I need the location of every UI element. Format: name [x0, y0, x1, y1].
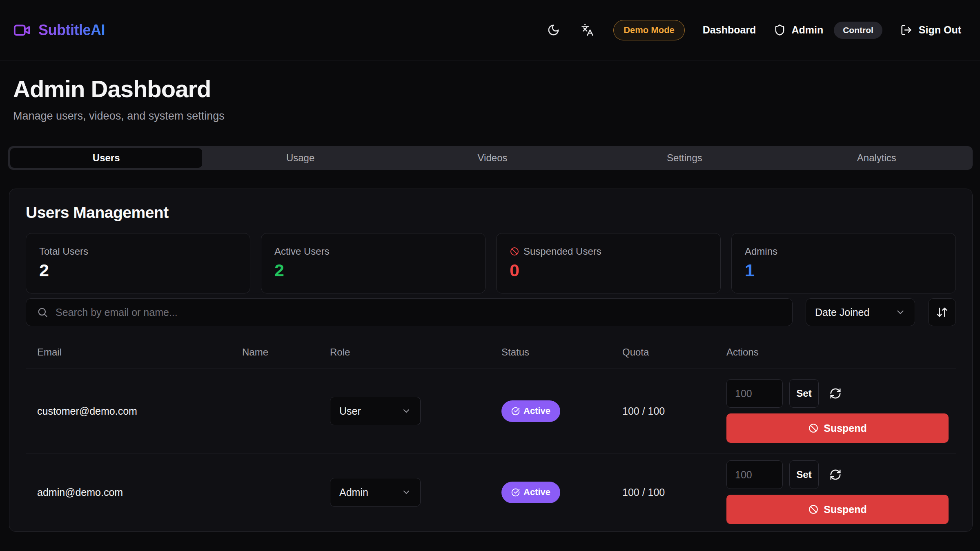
stat-suspended-users: Suspended Users 0 [496, 233, 721, 293]
refresh-icon [829, 387, 842, 400]
sign-out-label: Sign Out [919, 24, 961, 36]
user-email: customer@demo.com [26, 405, 242, 417]
users-management-card: Users Management Total Users 2 Active Us… [9, 189, 973, 532]
tab-settings[interactable]: Settings [588, 146, 780, 170]
page-header: Admin Dashboard Manage users, videos, an… [0, 60, 980, 122]
chevron-down-icon [401, 406, 411, 416]
status-label: Active [523, 406, 550, 416]
demo-mode-badge: Demo Mode [613, 20, 685, 40]
user-email: admin@demo.com [26, 487, 242, 498]
stats-row: Total Users 2 Active Users 2 Suspended U… [26, 233, 956, 293]
log-out-icon [900, 24, 912, 36]
col-email: Email [26, 347, 242, 358]
tab-bar: Users Usage Videos Settings Analytics [8, 146, 973, 170]
set-quota-button[interactable]: Set [789, 460, 819, 489]
page-subtitle: Manage users, videos, and system setting… [13, 110, 967, 122]
tab-videos[interactable]: Videos [396, 146, 588, 170]
role-select[interactable]: Admin [330, 478, 421, 507]
col-name: Name [242, 347, 330, 358]
col-quota: Quota [622, 347, 726, 358]
stat-value: 1 [745, 260, 942, 280]
ban-icon [808, 504, 819, 515]
reset-quota-button[interactable] [829, 387, 842, 400]
set-quota-button[interactable]: Set [789, 379, 819, 408]
sort-field-select[interactable]: Date Joined [806, 298, 915, 326]
control-badge: Control [834, 22, 882, 39]
search-icon [37, 307, 48, 318]
reset-quota-button[interactable] [829, 469, 842, 481]
status-badge: Active [501, 482, 560, 503]
shield-icon [774, 24, 786, 36]
brand-logo[interactable]: SubtitleAI [13, 21, 105, 40]
quota-value: 100 / 100 [622, 405, 726, 417]
stat-label: Active Users [274, 246, 330, 257]
stat-active-users: Active Users 2 [261, 233, 486, 293]
dashboard-link[interactable]: Dashboard [703, 24, 756, 36]
stat-admins: Admins 1 [731, 233, 956, 293]
stat-label: Total Users [39, 246, 88, 257]
quota-input[interactable] [726, 379, 783, 408]
status-label: Active [523, 487, 550, 498]
sign-out-button[interactable]: Sign Out [900, 24, 961, 36]
sort-direction-button[interactable] [928, 298, 956, 326]
table-row: customer@demo.com User Acti [26, 369, 956, 453]
brand-name: SubtitleAI [38, 22, 105, 39]
sort-field-value: Date Joined [815, 307, 869, 318]
page-title: Admin Dashboard [13, 75, 967, 102]
suspend-label: Suspend [824, 422, 867, 434]
theme-toggle-button[interactable] [546, 22, 561, 38]
suspend-button[interactable]: Suspend [726, 413, 949, 443]
refresh-icon [829, 469, 842, 481]
ban-icon [510, 247, 519, 256]
quota-input[interactable] [726, 460, 783, 489]
arrow-up-down-icon [936, 306, 948, 318]
nav-actions: Demo Mode Dashboard Admin Control Sign O [546, 20, 961, 40]
chevron-down-icon [401, 487, 411, 497]
col-role: Role [330, 347, 501, 358]
status-badge: Active [501, 400, 560, 422]
tab-usage[interactable]: Usage [204, 146, 396, 170]
ban-icon [808, 423, 819, 433]
admin-role-label: Admin [791, 24, 823, 36]
role-select-value: Admin [339, 487, 368, 498]
users-table: Email Name Role Status Quota Actions cus… [26, 338, 956, 531]
check-circle-icon [511, 488, 520, 497]
role-select[interactable]: User [330, 397, 421, 425]
check-circle-icon [511, 407, 520, 415]
tab-analytics[interactable]: Analytics [781, 146, 973, 170]
section-title: Users Management [26, 204, 956, 222]
stat-value: 2 [274, 260, 472, 280]
suspend-label: Suspend [824, 504, 867, 515]
stat-total-users: Total Users 2 [26, 233, 250, 293]
language-toggle-button[interactable] [579, 22, 595, 38]
table-controls: Date Joined [26, 298, 956, 326]
stat-label: Admins [745, 246, 777, 257]
quota-value: 100 / 100 [622, 487, 726, 498]
role-select-value: User [339, 405, 361, 417]
stat-value: 0 [510, 260, 707, 280]
col-status: Status [501, 347, 622, 358]
col-actions: Actions [726, 347, 956, 358]
chevron-down-icon [895, 307, 906, 318]
stat-value: 2 [39, 260, 237, 280]
search-box [26, 298, 793, 326]
table-row: admin@demo.com Admin Active [26, 453, 956, 531]
top-nav: SubtitleAI Demo Mode Dashboard [0, 0, 980, 60]
row-actions: Set [726, 460, 956, 524]
table-header: Email Name Role Status Quota Actions [26, 338, 956, 369]
stat-label: Suspended Users [523, 246, 601, 257]
languages-icon [581, 24, 594, 36]
suspend-button[interactable]: Suspend [726, 495, 949, 524]
row-actions: Set [726, 379, 956, 443]
admin-identity: Admin Control [774, 22, 882, 39]
video-camera-icon [13, 21, 32, 40]
tab-users[interactable]: Users [10, 148, 202, 168]
search-input[interactable] [56, 307, 782, 318]
moon-icon [547, 24, 560, 36]
